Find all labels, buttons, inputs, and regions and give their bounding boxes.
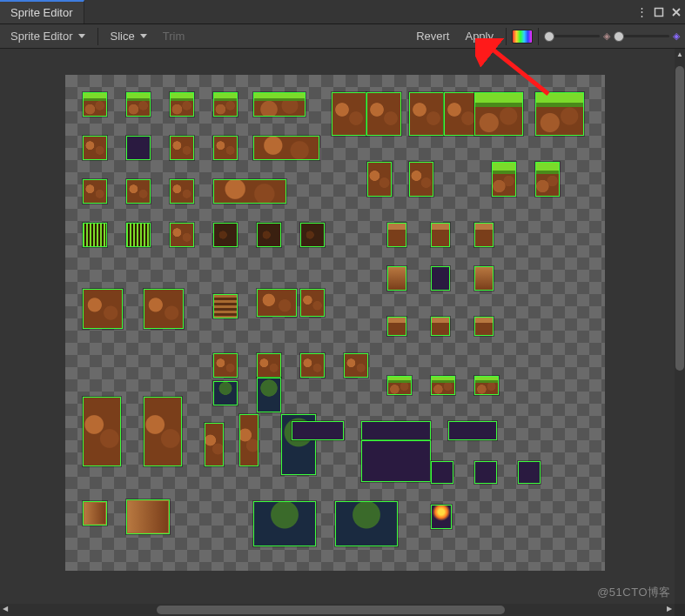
slice-rect[interactable] (213, 179, 286, 204)
slice-rect[interactable] (213, 136, 238, 160)
slice-rect[interactable] (170, 92, 194, 117)
slice-rect[interactable] (332, 92, 366, 136)
revert-button[interactable]: Revert (409, 27, 456, 45)
slice-rect[interactable] (474, 266, 494, 291)
slice-rect[interactable] (257, 378, 281, 412)
divider (97, 28, 98, 45)
slice-rect[interactable] (474, 376, 499, 395)
rgb-toggle-button[interactable] (512, 30, 533, 44)
slice-rect[interactable] (361, 421, 431, 440)
slice-rect[interactable] (474, 461, 497, 484)
slice-rect[interactable] (257, 289, 297, 317)
sprite-editor-mode-dropdown[interactable]: Sprite Editor (3, 27, 92, 45)
slice-rect[interactable] (431, 223, 450, 247)
slider-thumb[interactable] (544, 31, 554, 42)
slice-rect[interactable] (126, 179, 151, 204)
slice-rect[interactable] (257, 223, 281, 247)
slice-rect[interactable] (213, 92, 238, 117)
slice-rect[interactable] (431, 317, 450, 336)
apply-label: Apply (465, 30, 494, 43)
slice-rect[interactable] (431, 505, 452, 529)
slice-rect[interactable] (300, 289, 325, 317)
slice-rect[interactable] (253, 501, 316, 546)
divider (538, 28, 539, 45)
slice-rect[interactable] (144, 397, 182, 466)
slice-rect[interactable] (474, 223, 494, 247)
slice-rect[interactable] (492, 162, 516, 197)
slice-rect[interactable] (300, 223, 325, 247)
slice-rect[interactable] (361, 440, 431, 482)
slice-rect[interactable] (535, 92, 584, 136)
slice-rect[interactable] (387, 376, 412, 395)
horizontal-scrollbar[interactable] (0, 604, 675, 616)
close-icon[interactable] (668, 0, 685, 23)
slice-rect[interactable] (83, 397, 121, 466)
slice-dropdown[interactable]: Slice (104, 27, 154, 45)
slice-rect[interactable] (409, 92, 444, 136)
horizontal-scrollbar-thumb[interactable] (157, 606, 505, 614)
slice-rect[interactable] (126, 223, 151, 247)
alpha-slider[interactable] (544, 30, 600, 44)
tab-sprite-editor[interactable]: Sprite Editor (0, 0, 84, 23)
slice-rect[interactable] (444, 92, 479, 136)
slice-rect[interactable] (144, 289, 184, 329)
slice-rect[interactable] (83, 179, 107, 204)
mip-end-icon: ◈ (671, 30, 682, 42)
slice-rect[interactable] (474, 317, 494, 336)
maximize-icon[interactable] (650, 0, 668, 23)
slice-rect[interactable] (213, 294, 238, 318)
revert-label: Revert (416, 30, 449, 43)
slice-rect[interactable] (518, 461, 541, 484)
slice-rect[interactable] (83, 223, 107, 247)
slice-rect[interactable] (253, 136, 319, 160)
slice-rect[interactable] (292, 421, 344, 440)
slice-rect[interactable] (387, 266, 406, 291)
slice-rect[interactable] (170, 223, 194, 247)
slice-rect[interactable] (83, 92, 107, 117)
slider-thumb[interactable] (614, 31, 624, 42)
trim-label: Trim (163, 30, 185, 43)
slice-rect[interactable] (387, 223, 406, 247)
slice-rect[interactable] (83, 289, 123, 329)
slice-rect[interactable] (448, 421, 497, 440)
vertical-scrollbar[interactable] (675, 49, 685, 604)
slice-rect[interactable] (257, 353, 281, 378)
apply-button[interactable]: Apply (458, 27, 500, 45)
divider (506, 28, 507, 45)
slice-rect[interactable] (126, 92, 151, 117)
slice-rect[interactable] (474, 92, 523, 136)
slice-rect[interactable] (431, 461, 453, 484)
slice-rect[interactable] (126, 499, 170, 534)
slice-rect[interactable] (83, 501, 107, 526)
slice-rect[interactable] (335, 501, 398, 546)
slice-rect[interactable] (213, 353, 238, 378)
slice-rect[interactable] (170, 179, 194, 204)
slice-rect[interactable] (387, 317, 406, 336)
slice-rect[interactable] (126, 136, 151, 160)
slice-rect[interactable] (300, 353, 325, 378)
mip-icon: ◈ (601, 30, 612, 42)
slice-rect[interactable] (431, 376, 455, 395)
slice-rect[interactable] (170, 136, 194, 160)
mip-slider[interactable] (614, 30, 669, 44)
slice-rect[interactable] (253, 92, 306, 117)
slice-rect[interactable] (367, 162, 392, 197)
slice-rect[interactable] (344, 353, 368, 378)
slice-rect[interactable] (366, 92, 401, 136)
canvas-viewport[interactable] (0, 49, 685, 604)
slice-rect[interactable] (205, 423, 224, 466)
vertical-scrollbar-thumb[interactable] (675, 66, 684, 371)
kebab-menu-icon[interactable]: ⋮ (633, 0, 650, 23)
slice-rect[interactable] (83, 136, 107, 160)
svg-rect-0 (655, 8, 663, 16)
slice-rect[interactable] (239, 414, 259, 466)
slice-label: Slice (111, 30, 135, 43)
slice-rect[interactable] (535, 162, 560, 197)
trim-button: Trim (156, 27, 192, 45)
slice-rect[interactable] (409, 162, 433, 197)
slice-rect[interactable] (213, 223, 238, 247)
toolbar: Sprite Editor Slice Trim Revert Apply ◈ … (0, 24, 685, 49)
sprite-canvas[interactable] (65, 75, 605, 571)
slice-rect[interactable] (431, 266, 450, 291)
slice-rect[interactable] (213, 381, 238, 405)
